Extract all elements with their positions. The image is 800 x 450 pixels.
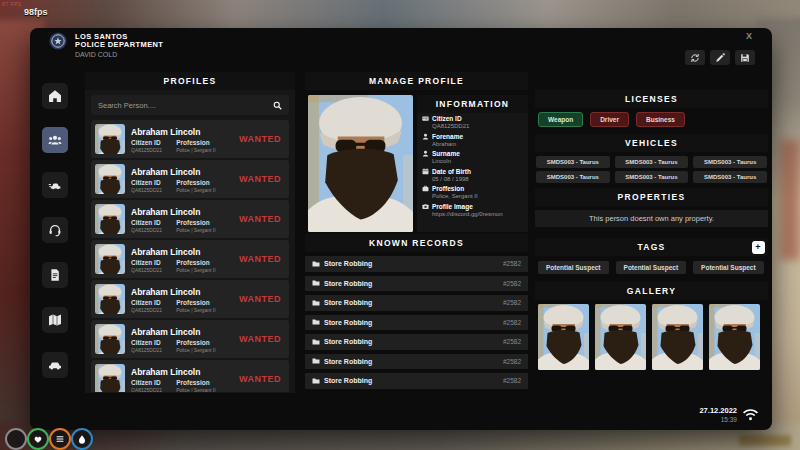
record-item[interactable]: Store Robbing #2582 <box>305 276 528 292</box>
fps-counter: 98fps <box>24 7 48 17</box>
sidebar-item-profiles[interactable] <box>42 127 68 153</box>
profession-label: Profession <box>176 379 215 386</box>
license-badge-business[interactable]: Business <box>636 112 685 127</box>
profile-thumbnail <box>95 204 125 234</box>
vehicles-title: VEHICLES <box>535 134 768 152</box>
gallery-image[interactable] <box>595 304 646 370</box>
citizen-id-label: Citizen ID <box>131 139 162 146</box>
profession-value: Police | Sergant II <box>176 307 215 313</box>
vehicle-plate[interactable]: SMDS003 - Taurus <box>536 156 610 168</box>
map-icon <box>48 313 62 327</box>
camera-icon <box>422 203 429 210</box>
edit-button[interactable] <box>710 50 730 65</box>
profile-photo <box>308 95 413 232</box>
license-badge-driver[interactable]: Driver <box>590 112 629 127</box>
record-id: #2582 <box>503 358 521 365</box>
sidebar-item-map[interactable] <box>42 307 68 333</box>
profile-list-item[interactable]: Abraham Lincoln Citizen ID QA8125DD21 Pr… <box>91 320 289 358</box>
profile-thumbnail <box>95 284 125 314</box>
vehicle-plate[interactable]: SMDS003 - Taurus <box>615 156 689 168</box>
folder-icon <box>312 377 320 385</box>
profile-name: Abraham Lincoln <box>131 207 233 217</box>
profile-list-item[interactable]: Abraham Lincoln Citizen ID QA8125DD21 Pr… <box>91 360 289 392</box>
profile-list-item[interactable]: Abraham Lincoln Citizen ID QA8125DD21 Pr… <box>91 160 289 198</box>
search-bar[interactable] <box>91 95 289 115</box>
refresh-button[interactable] <box>685 50 705 65</box>
vehicles-panel: VEHICLES SMDS003 - Taurus SMDS003 - Taur… <box>535 134 768 187</box>
record-label: Store Robbing <box>324 377 372 384</box>
record-item[interactable]: Store Robbing #2582 <box>305 315 528 331</box>
record-id: #2582 <box>503 299 521 306</box>
record-item[interactable]: Store Robbing #2582 <box>305 334 528 350</box>
gallery-image[interactable] <box>709 304 760 370</box>
record-label: Store Robbing <box>324 319 372 326</box>
manage-profile-title: MANAGE PROFILE <box>305 72 528 90</box>
wanted-badge: WANTED <box>239 254 281 264</box>
vehicle-plate[interactable]: SMDS003 - Taurus <box>536 171 610 183</box>
known-records-panel: KNOWN RECORDS Store Robbing #2582 Store … <box>305 234 528 389</box>
profession-label: Profession <box>176 139 215 146</box>
thirst-icon <box>71 428 93 450</box>
gallery-image[interactable] <box>652 304 703 370</box>
record-id: #2582 <box>503 377 521 384</box>
tags-panel: TAGS + Potential Suspect Potential Suspe… <box>535 238 768 279</box>
profile-name: Abraham Lincoln <box>131 247 233 257</box>
record-id: #2582 <box>503 319 521 326</box>
profiles-title: PROFILES <box>85 72 295 90</box>
sidebar-item-vehicles[interactable] <box>42 352 68 378</box>
profession-value: Police | Sergant II <box>176 267 215 273</box>
search-input[interactable] <box>98 101 273 110</box>
tag-badge[interactable]: Potential Suspect <box>538 261 609 274</box>
profession-value: Police | Sergant II <box>176 347 215 353</box>
citizen-id-label: Citizen ID <box>131 299 162 306</box>
licenses-panel: LICENSES Weapon Driver Business <box>535 90 768 131</box>
record-label: Store Robbing <box>324 299 372 306</box>
wanted-badge: WANTED <box>239 334 281 344</box>
lspd-badge-logo <box>49 32 67 50</box>
profile-list-item[interactable]: Abraham Lincoln Citizen ID QA8125DD21 Pr… <box>91 280 289 318</box>
save-button[interactable] <box>735 50 755 65</box>
vehicle-plate[interactable]: SMDS003 - Taurus <box>693 156 767 168</box>
vehicle-plate[interactable]: SMDS003 - Taurus <box>615 171 689 183</box>
record-item[interactable]: Store Robbing #2582 <box>305 354 528 370</box>
field-value: 05 / 08 / 1998 <box>432 176 523 182</box>
vehicle-plate[interactable]: SMDS003 - Taurus <box>693 171 767 183</box>
sidebar-item-reports[interactable] <box>42 262 68 288</box>
wanted-badge: WANTED <box>239 134 281 144</box>
tablet-footer: 27.12.2022 15:39 <box>699 406 759 423</box>
sidebar-item-dispatch[interactable] <box>42 217 68 243</box>
calendar-icon <box>422 168 429 175</box>
field-value: Police, Sergant II <box>432 193 523 199</box>
add-tag-button[interactable]: + <box>752 241 765 254</box>
profile-thumbnail <box>95 164 125 194</box>
sidebar-item-pursuit[interactable] <box>42 172 68 198</box>
tag-badge[interactable]: Potential Suspect <box>693 261 764 274</box>
citizen-id-value: QA8125DD21 <box>131 307 162 313</box>
profile-list-item[interactable]: Abraham Lincoln Citizen ID QA8125DD21 Pr… <box>91 240 289 278</box>
profile-list-item[interactable]: Abraham Lincoln Citizen ID QA8125DD21 Pr… <box>91 120 289 158</box>
mdt-window: LOS SANTOS POLICE DEPARTMENT DAVID COLD … <box>30 28 772 430</box>
field-label: Date of Birth <box>432 168 471 175</box>
citizen-id-value: QA8125DD21 <box>131 347 162 353</box>
record-item[interactable]: Store Robbing #2582 <box>305 256 528 272</box>
tag-badge[interactable]: Potential Suspect <box>616 261 687 274</box>
record-item[interactable]: Store Robbing #2582 <box>305 373 528 389</box>
close-button[interactable]: X <box>746 31 752 41</box>
citizen-id-value: QA8125DD21 <box>131 187 162 193</box>
record-item[interactable]: Store Robbing #2582 <box>305 295 528 311</box>
home-icon <box>48 89 62 103</box>
license-badge-weapon[interactable]: Weapon <box>538 112 583 127</box>
profile-list-item[interactable]: Abraham Lincoln Citizen ID QA8125DD21 Pr… <box>91 200 289 238</box>
citizen-id-label: Citizen ID <box>131 259 162 266</box>
sidebar-item-home[interactable] <box>42 83 68 109</box>
backdrop-wall-streak <box>780 140 800 260</box>
profiles-panel: PROFILES Abraham Lincoln Citizen ID QA81 <box>85 72 295 393</box>
car-chase-icon <box>48 178 62 192</box>
profession-value: Police | Sergant II <box>176 187 215 193</box>
document-icon <box>48 268 62 282</box>
properties-empty-text: This person doesnt own any property. <box>535 210 768 227</box>
gallery-image[interactable] <box>538 304 589 370</box>
officer-name: DAVID COLD <box>75 51 163 58</box>
known-records-title: KNOWN RECORDS <box>305 234 528 252</box>
department-header: LOS SANTOS POLICE DEPARTMENT DAVID COLD <box>75 33 163 58</box>
